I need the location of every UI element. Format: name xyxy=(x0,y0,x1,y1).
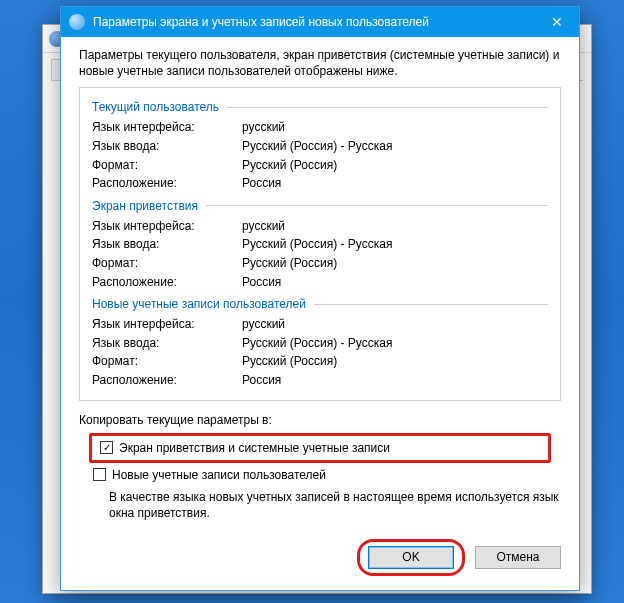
kv-val: Русский (Россия) - Русская xyxy=(242,235,548,254)
kv-row: Расположение:Россия xyxy=(92,371,548,390)
checkbox-label: Новые учетные записи пользователей xyxy=(112,468,326,482)
section-title: Экран приветствия xyxy=(92,199,198,213)
cancel-button[interactable]: Отмена xyxy=(475,546,561,569)
kv-row: Язык ввода:Русский (Россия) - Русская xyxy=(92,137,548,156)
highlight-ok-button: OK xyxy=(357,539,465,576)
ok-button[interactable]: OK xyxy=(368,546,454,569)
kv-key: Язык ввода: xyxy=(92,235,242,254)
kv-row: Расположение:Россия xyxy=(92,174,548,193)
section-header-current-user: Текущий пользователь xyxy=(92,100,548,114)
divider xyxy=(227,107,548,108)
kv-row: Язык ввода:Русский (Россия) - Русская xyxy=(92,334,548,353)
kv-key: Язык интерфейса: xyxy=(92,315,242,334)
kv-row: Язык интерфейса:русский xyxy=(92,118,548,137)
kv-key: Формат: xyxy=(92,352,242,371)
dialog-title: Параметры экрана и учетных записей новых… xyxy=(93,15,527,29)
settings-dialog: Параметры экрана и учетных записей новых… xyxy=(60,6,580,591)
checkbox-welcome[interactable]: ✓ xyxy=(100,441,113,454)
divider xyxy=(314,304,548,305)
divider xyxy=(206,205,548,206)
checkbox-label: Экран приветствия и системные учетные за… xyxy=(119,441,390,455)
checkbox-newusers[interactable] xyxy=(93,468,106,481)
kv-key: Язык интерфейса: xyxy=(92,217,242,236)
section-title: Новые учетные записи пользователей xyxy=(92,297,306,311)
kv-key: Расположение: xyxy=(92,273,242,292)
kv-row: Язык интерфейса:русский xyxy=(92,315,548,334)
checkbox-row-newusers[interactable]: Новые учетные записи пользователей xyxy=(91,465,561,485)
kv-key: Язык интерфейса: xyxy=(92,118,242,137)
kv-key: Язык ввода: xyxy=(92,137,242,156)
kv-row: Расположение:Россия xyxy=(92,273,548,292)
kv-val: Россия xyxy=(242,371,548,390)
intro-text: Параметры текущего пользователя, экран п… xyxy=(79,47,561,79)
kv-row: Формат:Русский (Россия) xyxy=(92,352,548,371)
close-button[interactable]: ✕ xyxy=(535,7,579,37)
settings-groupbox: Текущий пользователь Язык интерфейса:рус… xyxy=(79,87,561,400)
kv-row: Формат:Русский (Россия) xyxy=(92,156,548,175)
dialog-body: Параметры текущего пользователя, экран п… xyxy=(61,37,579,590)
kv-key: Формат: xyxy=(92,156,242,175)
kv-val: русский xyxy=(242,315,548,334)
checkbox-row-welcome[interactable]: ✓ Экран приветствия и системные учетные … xyxy=(98,438,542,458)
kv-val: Русский (Россия) xyxy=(242,156,548,175)
kv-val: русский xyxy=(242,118,548,137)
highlight-welcome-checkbox: ✓ Экран приветствия и системные учетные … xyxy=(89,433,551,463)
kv-key: Формат: xyxy=(92,254,242,273)
button-row: OK Отмена xyxy=(79,539,561,576)
globe-icon xyxy=(69,14,85,30)
kv-val: Россия xyxy=(242,273,548,292)
hint-text: В качестве языка новых учетных записей в… xyxy=(109,489,561,521)
section-header-new-users: Новые учетные записи пользователей xyxy=(92,297,548,311)
kv-key: Расположение: xyxy=(92,371,242,390)
kv-val: русский xyxy=(242,217,548,236)
kv-row: Язык ввода:Русский (Россия) - Русская xyxy=(92,235,548,254)
section-title: Текущий пользователь xyxy=(92,100,219,114)
kv-row: Язык интерфейса:русский xyxy=(92,217,548,236)
titlebar: Параметры экрана и учетных записей новых… xyxy=(61,7,579,37)
kv-row: Формат:Русский (Россия) xyxy=(92,254,548,273)
section-header-welcome-screen: Экран приветствия xyxy=(92,199,548,213)
kv-val: Русский (Россия) xyxy=(242,352,548,371)
kv-val: Россия xyxy=(242,174,548,193)
kv-val: Русский (Россия) xyxy=(242,254,548,273)
copy-settings-label: Копировать текущие параметры в: xyxy=(79,413,561,427)
kv-key: Расположение: xyxy=(92,174,242,193)
kv-val: Русский (Россия) - Русская xyxy=(242,334,548,353)
kv-key: Язык ввода: xyxy=(92,334,242,353)
kv-val: Русский (Россия) - Русская xyxy=(242,137,548,156)
close-icon: ✕ xyxy=(551,14,563,30)
